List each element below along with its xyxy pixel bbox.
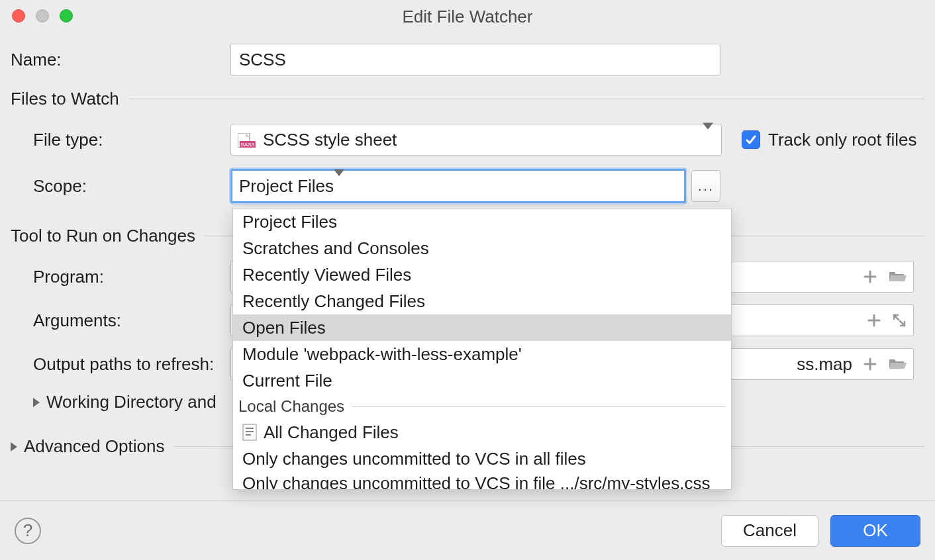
chevron-right-icon[interactable] xyxy=(33,398,40,407)
scope-option[interactable]: Current File xyxy=(233,367,731,394)
ellipsis-icon: ... xyxy=(698,177,714,195)
divider xyxy=(128,99,924,99)
scope-option[interactable]: Module 'webpack-with-less-example' xyxy=(233,341,731,367)
scope-value: Project Files xyxy=(239,176,334,197)
checkbox-checked-icon xyxy=(742,130,760,149)
chevron-right-icon xyxy=(11,442,17,451)
scope-option[interactable]: All Changed Files xyxy=(233,419,731,445)
cancel-button-label: Cancel xyxy=(743,520,797,541)
scope-option[interactable]: Open Files xyxy=(233,314,731,341)
scope-option-label: Only changes uncommitted to VCS in file … xyxy=(242,473,711,490)
section-advanced-label: Advanced Options xyxy=(24,436,164,457)
folder-open-icon[interactable] xyxy=(888,357,907,371)
working-directory-label[interactable]: Working Directory and xyxy=(46,392,217,412)
svg-text:SASS: SASS xyxy=(240,142,254,148)
cancel-button[interactable]: Cancel xyxy=(721,515,818,547)
ok-button[interactable]: OK xyxy=(830,515,920,547)
window-title: Edit File Watcher xyxy=(0,7,935,27)
scope-option[interactable]: Recently Changed Files xyxy=(233,288,731,314)
file-type-label: File type: xyxy=(11,130,230,150)
arguments-label: Arguments: xyxy=(11,310,230,331)
scope-option-label: Recently Viewed Files xyxy=(242,265,411,285)
scope-option-label: Only changes uncommitted to VCS in all f… xyxy=(242,449,586,469)
plus-icon[interactable] xyxy=(863,269,877,284)
file-type-value: SCSS style sheet xyxy=(263,130,397,150)
scope-more-button[interactable]: ... xyxy=(691,170,720,202)
scope-option-label: Current File xyxy=(242,371,332,391)
scope-option[interactable]: Only changes uncommitted to VCS in all f… xyxy=(233,445,731,472)
plus-icon[interactable] xyxy=(863,357,877,371)
expand-icon[interactable] xyxy=(892,313,907,328)
scope-option[interactable]: Only changes uncommitted to VCS in file … xyxy=(233,472,731,490)
program-label: Program: xyxy=(11,267,230,287)
section-files-label: Files to Watch xyxy=(11,89,119,109)
scope-dropdown-popup: Project Files Scratches and Consoles Rec… xyxy=(232,208,732,490)
divider xyxy=(352,406,726,407)
scope-option-label: Recently Changed Files xyxy=(242,291,425,312)
output-paths-label: Output paths to refresh: xyxy=(11,354,230,375)
plus-icon[interactable] xyxy=(867,313,881,328)
changed-files-icon xyxy=(242,424,257,441)
scope-option[interactable]: Recently Viewed Files xyxy=(233,261,731,288)
file-type-dropdown[interactable]: SASS SCSS style sheet xyxy=(230,124,722,156)
section-tool-label: Tool to Run on Changes xyxy=(11,226,195,246)
help-button[interactable]: ? xyxy=(15,518,41,544)
dialog-footer: ? Cancel OK xyxy=(0,500,935,560)
scope-label: Scope: xyxy=(11,176,230,197)
name-label: Name: xyxy=(11,50,230,70)
name-input-value: SCSS xyxy=(239,50,286,70)
scope-option-label: All Changed Files xyxy=(264,422,399,443)
ok-button-label: OK xyxy=(863,520,888,541)
chevron-down-icon xyxy=(334,176,344,197)
folder-open-icon[interactable] xyxy=(888,269,907,284)
scope-option-label: Open Files xyxy=(242,318,326,338)
scope-group-header: Local Changes xyxy=(233,394,731,419)
scope-group-label: Local Changes xyxy=(238,397,344,416)
scope-option-label: Project Files xyxy=(242,212,337,232)
section-files-to-watch: Files to Watch xyxy=(11,89,924,109)
scope-option-label: Scratches and Consoles xyxy=(242,238,429,259)
scope-option[interactable]: Project Files xyxy=(233,209,731,235)
sass-file-icon: SASS xyxy=(238,133,256,146)
chevron-down-icon xyxy=(703,130,713,150)
track-root-label: Track only root files xyxy=(768,130,916,150)
scope-option[interactable]: Scratches and Consoles xyxy=(233,235,731,261)
scope-dropdown[interactable]: Project Files xyxy=(230,169,686,203)
name-input[interactable]: SCSS xyxy=(230,44,720,75)
track-root-checkbox[interactable]: Track only root files xyxy=(742,130,916,150)
question-icon: ? xyxy=(23,520,32,541)
scope-option-label: Module 'webpack-with-less-example' xyxy=(242,344,522,365)
